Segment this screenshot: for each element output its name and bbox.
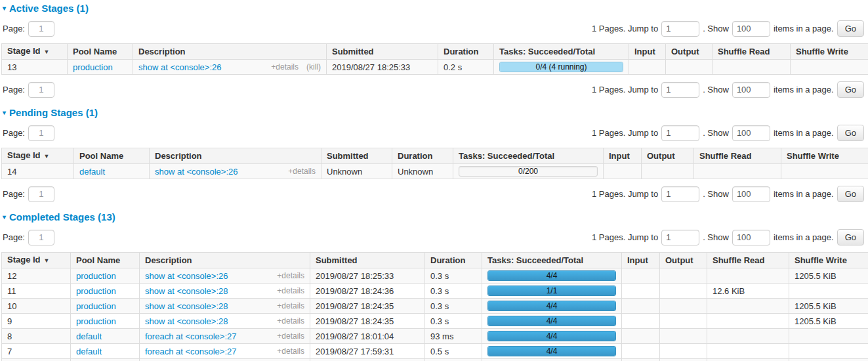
column-header[interactable]: Output: [642, 148, 694, 164]
stage-row: 8defaultforeach at <console>:27+details2…: [2, 329, 868, 344]
details-toggle[interactable]: +details: [277, 301, 304, 311]
column-header[interactable]: Tasks: Succeeded/Total: [494, 44, 629, 60]
column-header[interactable]: Input: [622, 253, 660, 268]
description-cell: show at <console>:26+details: [150, 164, 321, 179]
column-header[interactable]: Shuffle Read: [707, 253, 789, 268]
column-header[interactable]: Stage Id▼: [2, 253, 71, 268]
collapse-arrow-icon: ▾: [3, 5, 6, 12]
page-label: Page:: [3, 232, 25, 242]
shuffle-read-cell: [694, 164, 781, 179]
pool-link[interactable]: production: [76, 286, 116, 296]
column-header[interactable]: Stage Id▼: [2, 148, 74, 164]
column-header[interactable]: Shuffle Write: [791, 44, 868, 60]
column-header[interactable]: Input: [629, 44, 666, 60]
column-header[interactable]: Duration: [438, 44, 494, 60]
column-header[interactable]: Duration: [392, 148, 453, 164]
stage-id-cell: 12: [2, 268, 71, 284]
pool-link[interactable]: default: [76, 347, 102, 356]
details-toggle[interactable]: +details: [277, 286, 304, 296]
details-toggle[interactable]: +details: [277, 347, 304, 356]
pool-name-cell: default: [74, 164, 150, 179]
output-cell: [660, 359, 707, 361]
column-header[interactable]: Output: [660, 253, 707, 268]
show-items-input[interactable]: [732, 186, 770, 202]
stage-description-link[interactable]: show at <console>:28: [145, 316, 228, 326]
pool-link[interactable]: production: [76, 301, 116, 311]
details-toggle[interactable]: +details: [277, 271, 304, 281]
section-title-active-stages[interactable]: ▾Active Stages (1): [3, 3, 867, 14]
tasks-progress-bar: 0/200: [459, 166, 598, 177]
column-header[interactable]: Description: [140, 253, 310, 268]
jump-to-input[interactable]: [661, 186, 699, 202]
pool-link[interactable]: production: [76, 316, 116, 326]
column-header[interactable]: Tasks: Succeeded/Total: [453, 148, 604, 164]
stage-description-link[interactable]: show at <console>:26: [155, 167, 238, 177]
pages-info: 1 Pages. Jump to: [592, 128, 658, 138]
jump-to-input[interactable]: [661, 82, 699, 98]
column-header-label: Shuffle Write: [795, 255, 847, 265]
column-header[interactable]: Tasks: Succeeded/Total: [482, 253, 622, 268]
shuffle-read-cell: 12.6 KiB: [707, 359, 789, 361]
pool-link[interactable]: default: [79, 167, 105, 177]
stage-description-link[interactable]: show at <console>:28: [145, 301, 228, 311]
column-header[interactable]: Shuffle Write: [789, 253, 868, 268]
page-number-input[interactable]: [28, 21, 54, 37]
details-toggle[interactable]: +details: [277, 316, 304, 326]
page-number-input[interactable]: [28, 230, 54, 245]
column-header[interactable]: Pool Name: [74, 148, 150, 164]
column-header[interactable]: Shuffle Read: [713, 44, 791, 60]
column-header[interactable]: Submitted: [321, 148, 392, 164]
jump-to-input[interactable]: [661, 230, 699, 245]
details-toggle[interactable]: +details: [277, 331, 304, 341]
go-button[interactable]: Go: [837, 229, 864, 245]
go-button[interactable]: Go: [837, 125, 864, 141]
column-header[interactable]: Stage Id▼: [2, 44, 68, 60]
column-header[interactable]: Input: [604, 148, 642, 164]
column-header-label: Output: [671, 47, 699, 56]
details-toggle[interactable]: +details: [288, 167, 316, 177]
show-items-input[interactable]: [732, 230, 770, 245]
column-header[interactable]: Shuffle Write: [781, 148, 868, 164]
jump-to-input[interactable]: [661, 125, 699, 141]
show-items-input[interactable]: [732, 21, 770, 37]
shuffle-read-cell: [707, 268, 789, 284]
kill-link[interactable]: (kill): [306, 62, 321, 72]
column-header[interactable]: Shuffle Read: [694, 148, 781, 164]
page-label: Page:: [3, 189, 25, 199]
shuffle-write-cell: 1205.5 KiB: [789, 314, 868, 329]
tasks-progress-label: 4/4: [488, 271, 615, 280]
column-header[interactable]: Submitted: [310, 253, 425, 268]
column-header-label: Submitted: [332, 47, 374, 56]
pool-link[interactable]: production: [73, 62, 113, 72]
column-header[interactable]: Output: [666, 44, 713, 60]
column-header[interactable]: Pool Name: [68, 44, 133, 60]
stage-description-link[interactable]: show at <console>:28: [145, 286, 228, 296]
show-items-input[interactable]: [732, 125, 770, 141]
section-title-completed-stages[interactable]: ▾Completed Stages (13): [3, 211, 867, 223]
page-number-input[interactable]: [28, 82, 54, 98]
stage-description-link[interactable]: show at <console>:26: [138, 62, 221, 72]
column-header[interactable]: Submitted: [327, 44, 438, 60]
tasks-progress-label: 4/4: [488, 301, 615, 310]
shuffle-read-cell: [713, 60, 791, 75]
pool-link[interactable]: default: [76, 331, 102, 341]
stage-description-link[interactable]: foreach at <console>:27: [145, 331, 237, 341]
go-button[interactable]: Go: [837, 186, 864, 202]
page-label: Page:: [3, 128, 25, 138]
go-button[interactable]: Go: [837, 81, 864, 98]
column-header[interactable]: Duration: [425, 253, 482, 268]
page-number-input[interactable]: [28, 186, 54, 202]
submitted-cell: Unknown: [321, 164, 392, 179]
go-button[interactable]: Go: [837, 20, 864, 37]
stage-description-link[interactable]: show at <console>:26: [145, 271, 228, 281]
column-header[interactable]: Description: [150, 148, 321, 164]
show-items-input[interactable]: [732, 82, 770, 98]
details-toggle[interactable]: +details: [271, 62, 299, 72]
jump-to-input[interactable]: [661, 21, 699, 37]
stage-description-link[interactable]: foreach at <console>:27: [145, 347, 237, 356]
section-title-pending-stages[interactable]: ▾Pending Stages (1): [3, 107, 867, 118]
column-header[interactable]: Description: [133, 44, 327, 60]
pool-link[interactable]: production: [76, 271, 116, 281]
page-number-input[interactable]: [28, 125, 54, 141]
column-header[interactable]: Pool Name: [71, 253, 140, 268]
